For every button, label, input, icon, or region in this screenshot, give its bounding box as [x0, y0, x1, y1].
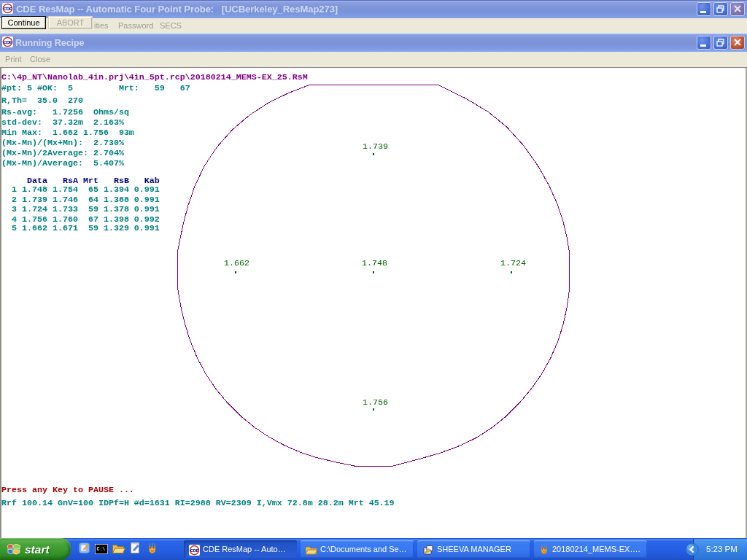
svg-text:CDE: CDE — [190, 547, 199, 552]
svg-text:C:\: C:\ — [97, 547, 106, 552]
